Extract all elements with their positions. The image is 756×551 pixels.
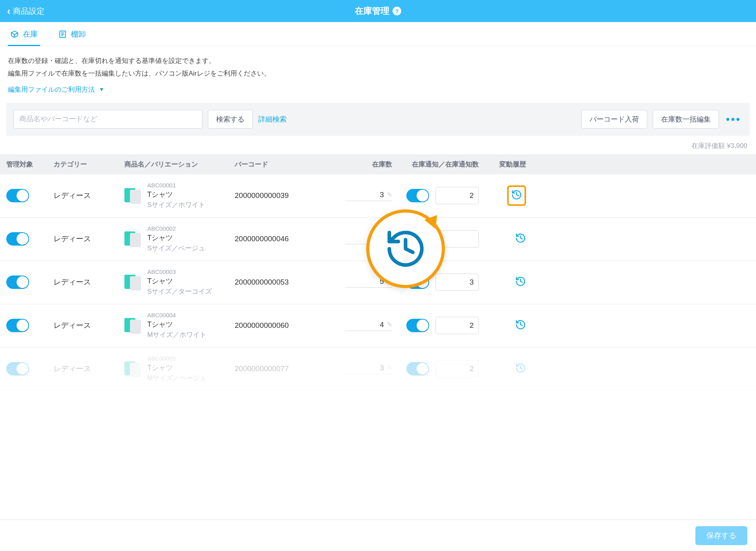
product-thumbnail-icon xyxy=(124,316,143,335)
file-usage-label: 編集用ファイルのご利用方法 xyxy=(8,85,95,94)
barcode-cell: 2000000000046 xyxy=(235,235,321,243)
stock-field[interactable]: 3 ✎ xyxy=(345,190,392,201)
notify-toggle[interactable] xyxy=(406,319,429,332)
notify-count-input[interactable] xyxy=(435,360,479,377)
product-sku: ABC00004 xyxy=(147,312,206,318)
history-button[interactable] xyxy=(515,362,526,373)
chevron-left-icon: ‹ xyxy=(7,5,11,17)
category-cell: レディース xyxy=(54,190,120,201)
more-menu-icon[interactable]: ••• xyxy=(724,113,743,126)
product-variation: Sサイズ／ベージュ xyxy=(147,244,205,253)
product-variation: Sサイズ／ホワイト xyxy=(147,200,205,209)
history-button[interactable] xyxy=(515,233,526,244)
notify-cell xyxy=(396,360,479,377)
history-large-icon xyxy=(384,227,427,270)
product-thumbnail-icon xyxy=(124,360,143,378)
stock-valuation: 在庫評価額 ¥3,900 xyxy=(0,136,756,154)
product-name: Tシャツ xyxy=(147,363,206,372)
back-label: 商品設定 xyxy=(13,6,44,17)
table-header: 管理対象 カテゴリー 商品名／バリエーション バーコード 在庫数 在庫通知／在庫… xyxy=(0,154,756,174)
box-icon xyxy=(10,30,19,39)
managed-toggle[interactable] xyxy=(6,189,29,202)
category-cell: レディース xyxy=(54,364,120,374)
product-variation: Mサイズ／ホワイト xyxy=(147,330,206,339)
category-cell: レディース xyxy=(54,277,120,287)
product-variation: Mサイズ／ベージュ xyxy=(147,373,206,383)
table-row: レディース ABC00004 Tシャツ Mサイズ／ホワイト 2000000000… xyxy=(0,304,756,348)
th-product: 商品名／バリエーション xyxy=(124,160,231,169)
product-thumbnail-icon xyxy=(124,187,143,205)
history-button[interactable] xyxy=(515,276,526,287)
help-icon[interactable]: ? xyxy=(393,7,401,15)
description-block: 在庫数の登録・確認と、在庫切れを通知する基準値を設定できます。 編集用ファイルで… xyxy=(0,46,756,100)
th-category: カテゴリー xyxy=(54,160,120,169)
product-cell: ABC00001 Tシャツ Sサイズ／ホワイト xyxy=(124,182,231,209)
tab-inventory-label: 棚卸 xyxy=(71,29,86,39)
history-button[interactable] xyxy=(515,319,526,330)
notify-count-input[interactable] xyxy=(435,274,479,291)
product-name: Tシャツ xyxy=(147,276,212,286)
chevron-down-icon: ▼ xyxy=(99,86,104,92)
tabs: 在庫 棚卸 xyxy=(0,22,756,46)
table-wrap: 管理対象 カテゴリー 商品名／バリエーション バーコード 在庫数 在庫通知／在庫… xyxy=(0,154,756,426)
history-callout xyxy=(366,209,445,288)
tab-stock[interactable]: 在庫 xyxy=(8,22,40,46)
product-thumbnail-icon xyxy=(124,230,143,248)
back-button[interactable]: ‹ 商品設定 xyxy=(0,5,44,17)
table-row: レディース ABC00005 Tシャツ Mサイズ／ベージュ 2000000000… xyxy=(0,348,756,391)
product-thumbnail-icon xyxy=(124,273,143,291)
product-sku: ABC00003 xyxy=(147,268,212,275)
toolbar: 検索する 詳細検索 バーコード入荷 在庫数一括編集 ••• xyxy=(6,103,750,136)
stock-field[interactable]: 3 ✎ xyxy=(345,364,392,374)
product-cell: ABC00002 Tシャツ Sサイズ／ベージュ xyxy=(124,225,231,253)
file-usage-link[interactable]: 編集用ファイルのご利用方法 ▼ xyxy=(8,85,748,94)
th-barcode: バーコード xyxy=(235,160,321,169)
search-input[interactable] xyxy=(13,110,202,129)
pencil-icon: ✎ xyxy=(387,191,392,198)
managed-toggle[interactable] xyxy=(6,362,29,375)
title-wrap: 在庫管理 ? xyxy=(355,5,401,17)
stock-field[interactable]: 4 ✎ xyxy=(345,320,392,331)
barcode-cell: 2000000000060 xyxy=(235,321,321,330)
advanced-search-link[interactable]: 詳細検索 xyxy=(258,115,287,124)
tab-inventory[interactable]: 棚卸 xyxy=(56,22,88,46)
notify-cell xyxy=(396,317,479,334)
stock-value: 3 xyxy=(380,190,384,199)
history-icon xyxy=(511,189,522,200)
managed-toggle[interactable] xyxy=(6,276,29,289)
product-name: Tシャツ xyxy=(147,233,205,242)
th-notify: 在庫通知／在庫通知数 xyxy=(396,160,479,169)
th-history: 変動履歴 xyxy=(483,160,526,169)
page-title: 在庫管理 xyxy=(355,5,389,17)
product-cell: ABC00003 Tシャツ Sサイズ／ターコイズ xyxy=(124,268,231,296)
managed-toggle[interactable] xyxy=(6,319,29,332)
stock-value: 4 xyxy=(380,320,384,329)
notify-count-input[interactable] xyxy=(435,187,479,204)
notify-toggle[interactable] xyxy=(406,189,429,202)
desc-line-1: 在庫数の登録・確認と、在庫切れを通知する基準値を設定できます。 xyxy=(8,55,748,67)
product-sku: ABC00001 xyxy=(147,182,205,189)
product-sku: ABC00002 xyxy=(147,225,205,232)
barcode-cell: 2000000000053 xyxy=(235,278,321,287)
notify-cell xyxy=(396,187,479,204)
notify-toggle[interactable] xyxy=(406,362,429,375)
tab-stock-label: 在庫 xyxy=(23,29,38,39)
product-sku: ABC00005 xyxy=(147,355,206,362)
app-header: ‹ 商品設定 在庫管理 ? xyxy=(0,0,756,22)
product-name: Tシャツ xyxy=(147,320,206,329)
table-row: レディース ABC00001 Tシャツ Sサイズ／ホワイト 2000000000… xyxy=(0,174,756,218)
pencil-icon: ✎ xyxy=(387,364,392,372)
managed-toggle[interactable] xyxy=(6,232,29,246)
product-cell: ABC00005 Tシャツ Mサイズ／ベージュ xyxy=(124,355,231,383)
checklist-icon xyxy=(58,30,67,39)
product-name: Tシャツ xyxy=(147,190,205,199)
barcode-arrival-button[interactable]: バーコード入荷 xyxy=(581,110,647,129)
notify-count-input[interactable] xyxy=(435,317,479,334)
history-button-highlighted[interactable] xyxy=(507,185,526,206)
stock-value: 3 xyxy=(380,364,384,372)
bulk-edit-button[interactable]: 在庫数一括編集 xyxy=(653,110,719,129)
th-managed: 管理対象 xyxy=(6,160,50,169)
barcode-cell: 2000000000039 xyxy=(235,191,321,200)
category-cell: レディース xyxy=(54,234,120,244)
search-button[interactable]: 検索する xyxy=(208,110,253,129)
